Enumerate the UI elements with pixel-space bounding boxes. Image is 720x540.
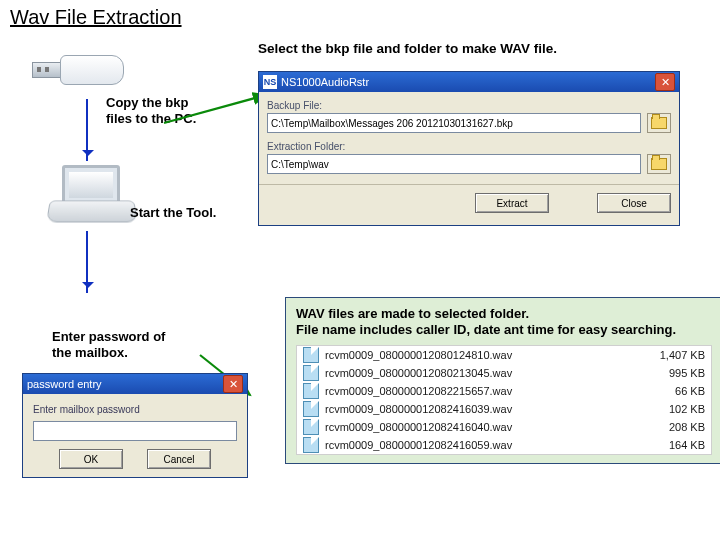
browse-folder-button[interactable] [647,154,671,174]
laptop-illustration [48,165,138,225]
extraction-dialog-titlebar: NS NS1000AudioRstr ✕ [259,72,679,92]
cancel-button[interactable]: Cancel [147,449,211,469]
wav-file-size: 208 KB [635,421,705,433]
backup-file-label: Backup File: [267,100,671,111]
password-prompt: Enter mailbox password [33,404,237,415]
usb-drive-illustration [28,49,124,97]
arrow-usb-to-laptop [86,99,88,161]
backup-file-input[interactable] [267,113,641,133]
wav-file-row[interactable]: rcvm0009_080000012082215657.wav66 KB [297,382,711,400]
select-bkp-instruction: Select the bkp file and folder to make W… [258,41,557,56]
app-icon: NS [263,75,277,89]
wav-result-line2: File name includes caller ID, date ant t… [296,322,676,337]
wav-file-name: rcvm0009_080000012082416059.wav [325,439,629,451]
start-tool-text: Start the Tool. [130,205,216,220]
wav-file-row[interactable]: rcvm0009_080000012082416039.wav102 KB [297,400,711,418]
ok-button[interactable]: OK [59,449,123,469]
wav-file-list: rcvm0009_080000012080124810.wav1,407 KBr… [296,345,712,455]
svg-line-0 [164,95,266,123]
extraction-folder-label: Extraction Folder: [267,141,671,152]
extraction-folder-input[interactable] [267,154,641,174]
wav-file-name: rcvm0009_080000012082416040.wav [325,421,629,433]
folder-icon [651,158,667,170]
extraction-dialog-title: NS1000AudioRstr [281,76,369,88]
arrow-to-backup-field [162,89,272,129]
extraction-dialog: NS NS1000AudioRstr ✕ Backup File: Extrac… [258,71,680,226]
password-dialog-title: password entry [27,378,102,390]
wav-file-icon [303,347,319,363]
wav-file-icon [303,437,319,453]
password-dialog-titlebar: password entry ✕ [23,374,247,394]
wav-file-name: rcvm0009_080000012082416039.wav [325,403,629,415]
password-dialog: password entry ✕ Enter mailbox password … [22,373,248,478]
close-icon[interactable]: ✕ [655,73,675,91]
wav-file-size: 102 KB [635,403,705,415]
browse-backup-button[interactable] [647,113,671,133]
wav-file-icon [303,401,319,417]
wav-file-name: rcvm0009_080000012080124810.wav [325,349,629,361]
wav-file-row[interactable]: rcvm0009_080000012082416059.wav164 KB [297,436,711,454]
wav-file-icon [303,419,319,435]
password-input[interactable] [33,421,237,441]
extract-button[interactable]: Extract [475,193,549,213]
page-title: Wav File Extraction [10,6,710,29]
wav-file-icon [303,383,319,399]
close-button[interactable]: Close [597,193,671,213]
wav-result-panel: WAV files are made to selected folder. F… [285,297,720,464]
wav-file-row[interactable]: rcvm0009_080000012080124810.wav1,407 KB [297,346,711,364]
wav-file-name: rcvm0009_080000012080213045.wav [325,367,629,379]
wav-file-name: rcvm0009_080000012082215657.wav [325,385,629,397]
wav-file-size: 1,407 KB [635,349,705,361]
wav-file-size: 66 KB [635,385,705,397]
wav-result-line1: WAV files are made to selected folder. [296,306,529,321]
arrow-laptop-to-password [86,231,88,293]
enter-password-text: Enter password of the mailbox. [52,329,165,360]
wav-file-size: 164 KB [635,439,705,451]
wav-file-row[interactable]: rcvm0009_080000012080213045.wav995 KB [297,364,711,382]
close-icon[interactable]: ✕ [223,375,243,393]
enter-password-line2: the mailbox. [52,345,128,360]
wav-file-row[interactable]: rcvm0009_080000012082416040.wav208 KB [297,418,711,436]
enter-password-line1: Enter password of [52,329,165,344]
folder-icon [651,117,667,129]
wav-file-size: 995 KB [635,367,705,379]
wav-file-icon [303,365,319,381]
